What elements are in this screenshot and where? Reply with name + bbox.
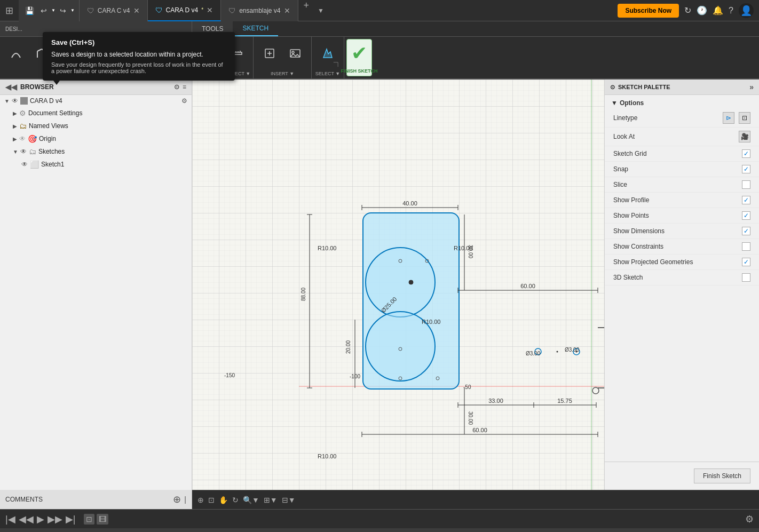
tree-eye-sketches[interactable]: 👁 [20,148,27,155]
navigate-icon[interactable]: ⊕ [197,496,204,504]
tree-arrow-sketches[interactable]: ▼ [13,149,18,155]
zoom-icon[interactable]: 🔍▼ [243,496,259,504]
finish-sketch-checkmark[interactable]: ✔ [351,42,367,65]
arc-tool[interactable] [4,38,28,68]
slice-checkbox[interactable] [742,180,750,189]
sketch-tab[interactable]: SKETCH [233,21,278,36]
skip-start-icon[interactable]: |◀ [5,513,15,525]
snap-checkbox[interactable] [742,165,750,173]
display-icon[interactable]: ⊞▼ [264,496,278,504]
refresh-icon[interactable]: ↻ [684,5,691,15]
show-dimensions-checkbox[interactable] [742,227,750,235]
orbit-icon[interactable]: ↻ [232,496,239,504]
palette-expand[interactable]: » [749,83,754,91]
comments-toggle[interactable]: | [184,495,186,504]
browser-header: ◀◀ BROWSER ⊙ ≡ [0,80,192,95]
show-points-row: Show Points [605,208,759,224]
tree-arrow-origin[interactable]: ▶ [13,136,17,142]
browser-pin[interactable]: ⊙ [174,83,179,91]
tree-item-named-views[interactable]: ▶ 🗂 Named Views [0,120,192,132]
tab-ensamblaje-close[interactable]: ✕ [284,6,290,15]
tab-dropdown[interactable]: ▼ [314,0,327,21]
browser-options[interactable]: ≡ [183,83,186,91]
pan-icon[interactable]: ✋ [219,496,228,504]
tab-ensamblaje[interactable]: 🛡 ensamblaje v4 ✕ [221,0,298,21]
insert-label: INSERT ▼ [271,71,294,76]
tree-arrow-views[interactable]: ▶ [13,123,17,129]
svg-text:20.00: 20.00 [345,340,351,354]
svg-text:Ø3.00: Ø3.00 [526,351,541,356]
redo-icon[interactable]: ↪ [58,6,68,15]
show-profile-label: Show Profile [613,196,738,204]
tab-cara-d-close[interactable]: ✕ [207,6,213,14]
sketch-grid-checkbox[interactable] [742,149,750,158]
tab-ensamblaje-label: ensamblaje v4 [239,7,280,14]
insert-tool[interactable] [258,38,281,68]
play-icon[interactable]: ▶ [37,513,44,525]
play-controls: |◀ ◀◀ ▶ ▶▶ ▶| [5,513,75,525]
sketch-frame-icon[interactable]: ⊡ [84,514,94,525]
tree-eye-origin[interactable]: 👁 [19,135,26,142]
tree-arrow-cara-d[interactable]: ▼ [4,98,10,104]
options-section[interactable]: ▼ Options [605,95,759,109]
settings-icon-bottom[interactable]: ⚙ [745,513,754,525]
notification-icon[interactable]: 🔔 [713,5,723,15]
skip-end-icon[interactable]: ▶| [66,513,76,525]
redo-dropdown[interactable]: ▼ [70,8,75,13]
svg-text:40.00: 40.00 [402,200,417,207]
tree-eye-sketch1[interactable]: 👁 [21,161,28,168]
sketch-palette: ⊙ SKETCH PALETTE » ▼ Options Linetype ⊳ … [604,80,759,490]
undo-icon[interactable]: ↩ [38,6,49,15]
tree-label-sketches: Sketches [38,148,187,155]
step-forward-icon[interactable]: ▶▶ [48,513,62,525]
history-icon[interactable]: 🕐 [697,5,707,15]
main-area: ◀◀ BROWSER ⊙ ≡ ▼ 👁 CARA D v4 ⚙ ▶ ⚙ Docum… [0,80,759,490]
svg-line-1 [37,49,42,51]
timeline-sketch-icons: ⊡ 🎞 [84,514,108,525]
linetype-btn2[interactable]: ⊡ [739,112,750,124]
3d-sketch-checkbox[interactable] [742,273,750,282]
undo-dropdown[interactable]: ▼ [51,8,56,13]
select-tool[interactable] [316,38,339,68]
tab-add-button[interactable]: + [298,0,315,21]
tree-item-doc-settings[interactable]: ▶ ⚙ Document Settings [0,107,192,120]
tree-item-sketches[interactable]: ▼ 👁 🗂 Sketches [0,145,192,158]
finish-sketch-button[interactable]: Finish Sketch [694,469,750,483]
tab-cara-c-label: CARA C v4 [98,7,130,14]
linetype-btn1[interactable]: ⊳ [723,112,734,124]
tree-arrow-doc[interactable]: ▶ [13,110,17,116]
browser-collapse[interactable]: ◀◀ [5,83,17,91]
show-projected-checkbox[interactable] [742,258,750,266]
tree-item-origin[interactable]: ▶ 👁 🎯 Origin [0,132,192,145]
look-at-btn[interactable]: 🎥 [739,131,750,142]
tab-cara-c[interactable]: 🛡 CARA C v4 ✕ [80,0,148,21]
tree-icon-cara-d [20,97,28,105]
finish-sketch-section: FINISH SKETCH ✔ [346,39,372,76]
save-icon[interactable]: 💾 [23,6,36,15]
tree-settings-cara-d[interactable]: ⚙ [181,97,187,105]
image-insert-tool[interactable] [283,38,307,68]
show-projected-label: Show Projected Geometries [613,258,738,266]
step-back-icon[interactable]: ◀◀ [19,513,34,525]
subscribe-button[interactable]: Subscribe Now [618,4,679,18]
show-points-checkbox[interactable] [742,211,750,220]
help-icon[interactable]: ? [729,6,733,15]
canvas-area[interactable]: 40.00 60.00 R10.00 R10.00 R10.00 R10.00 … [192,80,604,490]
user-avatar[interactable]: 👤 [739,3,754,18]
frame-icon[interactable]: ⊡ [208,496,215,504]
tab-cara-d[interactable]: 🛡 CARA D v4 * ✕ [148,0,222,21]
comments-add[interactable]: ⊕ [173,494,181,505]
sketch-anim-icon[interactable]: 🎞 [97,514,108,525]
tree-item-sketch1[interactable]: 👁 ⬜ Sketch1 [0,158,192,171]
linetype-label: Linetype [613,114,718,122]
tree-eye-cara-d[interactable]: 👁 [12,97,18,105]
app-grid-icon[interactable]: ⊞ [0,5,19,17]
show-profile-checkbox[interactable] [742,196,750,204]
show-constraints-checkbox[interactable] [742,242,750,251]
grid-display-icon[interactable]: ⊟▼ [282,496,296,504]
bottom-toolbar: ⊕ ⊡ ✋ ↻ 🔍▼ ⊞▼ ⊟▼ [192,490,759,509]
tree-item-cara-d[interactable]: ▼ 👁 CARA D v4 ⚙ [0,95,192,107]
svg-text:15.75: 15.75 [557,398,572,404]
show-constraints-label: Show Constraints [613,243,738,250]
tab-cara-c-close[interactable]: ✕ [133,6,140,15]
